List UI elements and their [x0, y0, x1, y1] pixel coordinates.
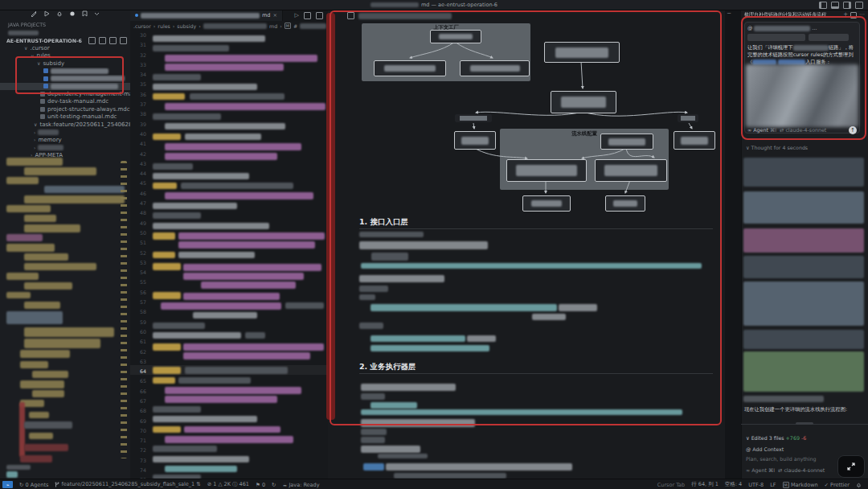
chat-tab-title[interactable]: 梳理自补偿链路的计算和活动链条流程	[744, 11, 841, 18]
sidebar-item-memory-folder[interactable]: ›memory	[0, 136, 130, 144]
sidebar-item-unit-testing[interactable]: unit-testing-manual.mdc	[0, 113, 130, 121]
sidebar-item-redacted-folder[interactable]: ›	[0, 144, 130, 152]
indentation-indicator[interactable]: 空格: 4	[725, 481, 742, 488]
java-status[interactable]: ☕ Java: Ready	[283, 482, 320, 488]
line-number: 67	[130, 397, 146, 406]
sidebar-item-redacted-folder[interactable]: ›	[0, 129, 130, 137]
split-editor-icon[interactable]	[316, 12, 323, 19]
window-title-bar: md — ae-entrust-operation-6	[0, 0, 868, 10]
sidebar-item-redacted-file[interactable]	[0, 68, 130, 76]
agents-status[interactable]: ↻ 0 Agents	[19, 482, 48, 488]
chat-divider-handle[interactable]	[796, 422, 813, 425]
panel-collapse-dash[interactable]: ─	[727, 10, 731, 17]
preview-heading-2: 2. 业务执行器层	[359, 362, 416, 372]
line-number: 65	[130, 376, 146, 386]
cursor-tab-status[interactable]: Cursor Tab	[657, 482, 685, 488]
line-number: 53	[130, 258, 146, 268]
language-mode[interactable]: M Markdown	[783, 482, 818, 488]
line-number: 30	[130, 31, 146, 40]
notifications-bell[interactable]	[856, 481, 862, 487]
expand-arrows-icon	[846, 462, 856, 471]
line-number: 55	[130, 277, 146, 287]
chat-image-attachment[interactable]	[746, 64, 858, 127]
more-icon[interactable]: ⋯	[859, 12, 865, 18]
refresh-icon[interactable]	[109, 37, 117, 44]
sidebar-item-task-feature-folder[interactable]: ∨task:feature/20250611_25406285_subsidy_…	[0, 121, 130, 129]
diagram-node	[544, 42, 620, 63]
explorer-section-header[interactable]: AE-ENTRUST-OPERATION-6	[6, 37, 127, 44]
line-number: 40	[130, 129, 146, 139]
formatter-status[interactable]: ✓ Prettier	[825, 482, 850, 488]
agent-mode-selector[interactable]: Agent	[753, 127, 768, 133]
diagram-edge-label	[678, 114, 698, 122]
chevron-down-icon[interactable]	[94, 11, 100, 16]
sidebar-item-app-meta-folder[interactable]: ›APP-META	[0, 151, 130, 159]
expand-button[interactable]	[837, 455, 865, 478]
record-dot-icon[interactable]	[69, 10, 76, 17]
new-chat-icon[interactable]: +	[843, 12, 848, 18]
line-number: 51	[130, 238, 146, 248]
sidebar-item-redacted-file-selected[interactable]	[0, 83, 130, 91]
toggle-secondary-sidebar-icon[interactable]	[843, 2, 851, 9]
collapse-all-icon[interactable]	[120, 37, 127, 44]
chat-input-placeholder[interactable]: Plan, search, build anything	[746, 455, 817, 462]
line-col-indicator[interactable]: 行 64, 列 1	[691, 481, 719, 488]
sidebar-item-project-structure[interactable]: project-structure-always.mdc	[0, 105, 130, 113]
heading-rule	[359, 228, 713, 229]
remote-indicator[interactable]: ⌁	[2, 481, 13, 488]
heading-rule	[359, 373, 713, 374]
toggle-panel-icon[interactable]	[831, 2, 839, 9]
diagram-node	[506, 159, 587, 182]
line-number: 73	[130, 456, 146, 466]
model-selector[interactable]: claude-4-sonnet	[785, 127, 826, 133]
add-context-button[interactable]: @ Add Context	[746, 446, 784, 453]
open-preview-side-icon[interactable]	[304, 12, 311, 19]
problems-status[interactable]: ⊘ 1 △ 2K ⓘ 461	[207, 481, 249, 488]
new-folder-icon[interactable]	[99, 37, 106, 44]
git-branch[interactable]: feature/20250611_25406285_subsidy_flash_…	[55, 481, 200, 487]
line-number: 74	[130, 466, 146, 475]
line-number: 48	[130, 208, 146, 218]
sync-icon[interactable]: ↻	[272, 482, 276, 488]
run-icon[interactable]	[43, 10, 50, 17]
model-selector[interactable]: claude-4-sonnet	[784, 467, 825, 473]
history-icon[interactable]	[850, 12, 857, 18]
file-reference-pill[interactable]	[747, 34, 805, 41]
pen-icon[interactable]	[31, 10, 37, 17]
new-file-icon[interactable]	[88, 37, 96, 44]
edited-files-row[interactable]: ∨ Edited 3 files +769 -6	[746, 434, 806, 442]
toggle-sidebar-icon[interactable]	[819, 2, 827, 9]
sidebar-item-rules-folder[interactable]: ∨rules	[0, 52, 130, 60]
agent-mode-selector[interactable]: Agent	[751, 467, 767, 473]
line-number: 61	[130, 337, 146, 347]
thought-duration[interactable]: ∨ Thought for 4 seconds	[746, 144, 808, 151]
sidebar-item-cursor-folder[interactable]: ∨.cursor	[0, 44, 130, 52]
bookmark-icon[interactable]	[82, 10, 88, 17]
projects-section-label[interactable]: JAVA PROJECTS	[8, 21, 46, 28]
sidebar-item-redacted-file[interactable]	[0, 75, 130, 83]
editor-tab-active[interactable]: md ×	[130, 10, 283, 21]
sidebar-item-dependency-management[interactable]: dependency-management-manual.mdc	[0, 90, 130, 98]
bell-icon[interactable]	[56, 10, 63, 17]
line-number: 52	[130, 249, 146, 258]
run-preview-icon[interactable]: ▷	[295, 12, 299, 18]
breadcrumb[interactable]: .cursor› rules› subsidy› md› M #	[133, 22, 326, 30]
line-number: 34	[130, 70, 146, 80]
chat-agent-row: ∞ Agent ⌘I ⇄ claude-4-sonnet	[747, 126, 826, 134]
encoding-indicator[interactable]: UTF-8	[748, 482, 764, 488]
mdc-file-icon	[43, 76, 48, 81]
chevron-right-icon: ›	[34, 145, 35, 150]
mdc-file-icon	[43, 68, 48, 73]
send-button[interactable]: ↑	[849, 126, 857, 134]
eol-indicator[interactable]: LF	[770, 482, 776, 488]
file-reference-pill[interactable]	[809, 34, 849, 41]
sidebar-item-subsidy-folder[interactable]: ∨subsidy	[0, 60, 130, 68]
line-number: 44	[130, 169, 146, 179]
sidebar-item-dev-task-manual[interactable]: dev-task-manual.mdc	[0, 98, 130, 106]
ports-status[interactable]: ⚑ 0	[256, 482, 265, 488]
agent-infinity-icon: ∞	[747, 127, 751, 133]
agent-infinity-icon: ∞	[746, 467, 750, 473]
customize-layout-icon[interactable]	[855, 2, 863, 9]
close-icon[interactable]: ×	[272, 12, 276, 18]
chevron-down-icon: ∨	[24, 45, 27, 51]
